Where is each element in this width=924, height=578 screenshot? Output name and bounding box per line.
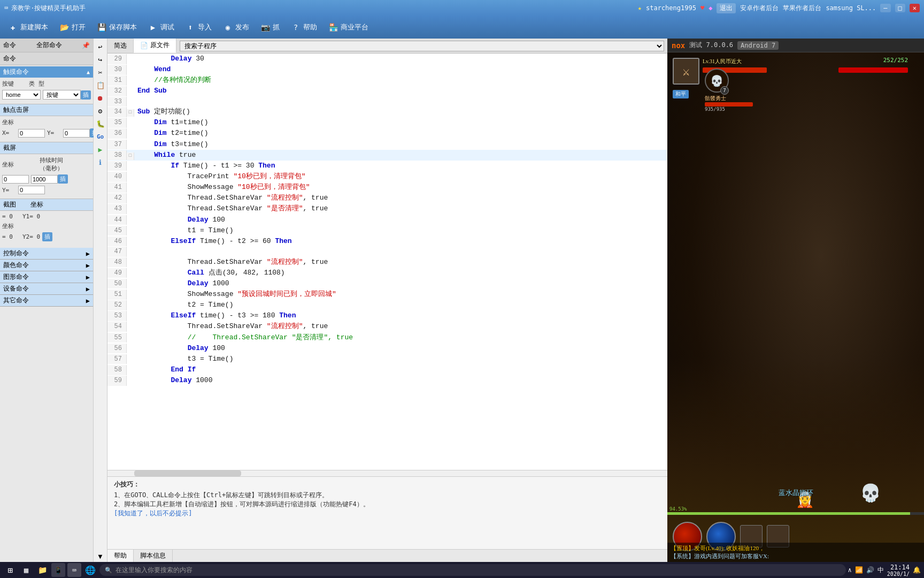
key-insert-btn[interactable]: 插	[81, 90, 91, 100]
exit-btn[interactable]: 退出	[717, 3, 736, 13]
key-type-select[interactable]: 按键	[43, 90, 81, 100]
tab-simple[interactable]: 简选	[107, 39, 134, 52]
tab-help[interactable]: 帮助	[107, 550, 134, 562]
table-row: 56 Delay 100	[107, 343, 667, 354]
code-content[interactable]: 29 Delay 30 30 Wend 31 //各种情况的判断	[107, 54, 667, 470]
close-btn[interactable]: ✕	[910, 4, 920, 12]
start-button[interactable]: ⊞	[3, 563, 17, 577]
key-select[interactable]: home	[2, 90, 41, 100]
player-info: ⚔ Lv.31人民币近大 和平	[673, 58, 699, 85]
new-script-button[interactable]: ✚ 新建脚本	[3, 20, 52, 35]
go-label[interactable]: Go	[95, 131, 106, 142]
diamond-icon: ◆	[709, 4, 712, 12]
import-button[interactable]: ⬆ 导入	[181, 20, 216, 35]
minimize-btn[interactable]: —	[880, 4, 890, 12]
tab-source[interactable]: 📄 原文件	[134, 39, 176, 53]
browser-taskbar-btn[interactable]: 🌐	[83, 563, 97, 577]
username: starcheng1995	[646, 4, 696, 12]
tip1: 1、在GOTO、CALL命令上按住【Ctrl+鼠标左键】可跳转到目标或子程序。	[114, 491, 661, 500]
bottom-tabs: 帮助 脚本信息	[107, 549, 667, 562]
notification-icon[interactable]: 🔔	[913, 566, 921, 574]
table-row: 44 Delay 100	[107, 215, 667, 225]
table-row: 33	[107, 97, 667, 107]
info-icon[interactable]: ℹ	[95, 156, 106, 168]
pin-icon[interactable]: 📌	[82, 42, 90, 49]
enemy-character: 💀	[860, 483, 881, 503]
task-view-button[interactable]: ▦	[19, 563, 33, 577]
nox-taskbar-btn[interactable]: 📱	[51, 563, 65, 577]
coord-x-input[interactable]	[18, 129, 45, 138]
record-icon[interactable]: ⏺	[95, 92, 106, 104]
table-row: 50 Delay 1000	[107, 278, 667, 289]
taskbar: ⊞ ▦ 📁 📱 ⌨ 🌐 🔍 在这里输入你要搜索的内容 ∧ 📶 🔊 中 21:14…	[0, 562, 924, 578]
control-cmd-section[interactable]: 控制命令 ▶	[0, 248, 93, 260]
screenshot-x-input[interactable]	[2, 175, 29, 184]
open-button[interactable]: 📂 打开	[55, 20, 90, 35]
undo-icon[interactable]: ↩	[95, 41, 106, 52]
other-cmd-section[interactable]: 其它命令 ▶	[0, 295, 93, 307]
enemy-hp-bar	[705, 102, 753, 107]
device-cmd-section[interactable]: 设备命令 ▶	[0, 283, 93, 295]
ios-btn[interactable]: 苹果作者后台	[783, 4, 821, 13]
bug-icon[interactable]: 🐛	[95, 118, 106, 130]
system-tray: ∧ 📶 🔊 中 21:14 2020/1/ 🔔	[848, 564, 921, 577]
clock: 21:14 2020/1/	[887, 564, 910, 577]
coord2-insert-btn[interactable]: 插	[42, 232, 52, 241]
code-editor: 简选 📄 原文件 搜索子程序 29 Delay 30	[107, 39, 667, 562]
table-row: 55 // Thread.SetShareVar "是否清理", true	[107, 332, 667, 343]
table-row: 45 t1 = Time()	[107, 225, 667, 236]
graphics-cmd-section[interactable]: 图形命令 ▶	[0, 271, 93, 283]
coord-y-input[interactable]	[63, 129, 90, 138]
debug-button[interactable]: ▶ 调试	[143, 20, 179, 35]
help-button[interactable]: ? 帮助	[286, 20, 321, 35]
device-info: samsung SL...	[826, 4, 876, 12]
screenshot-insert-btn[interactable]: 插	[58, 174, 68, 184]
user-avatar-icon: ★	[638, 4, 642, 12]
table-row: 49 Call 点击(30, 482, 1108)	[107, 268, 667, 278]
chat-line-1: 【置顶】发哥(Lv.40): 收妖福油120，	[671, 544, 921, 552]
redo-icon[interactable]: ↪	[95, 54, 106, 65]
maximize-btn[interactable]: □	[895, 4, 905, 12]
color-cmd-section[interactable]: 颜色命令 ▶	[0, 260, 93, 271]
code-tabs: 简选 📄 原文件 搜索子程序	[107, 39, 667, 54]
file-explorer-button[interactable]: 📁	[35, 563, 49, 577]
exp-bar	[667, 512, 924, 515]
settings-icon[interactable]: ⚙	[95, 105, 106, 117]
key-section: 按键 类 型 home 按键 插	[0, 78, 93, 104]
taskbar-search[interactable]: 🔍 在这里输入你要搜索的内容	[99, 564, 846, 576]
search-icon: 🔍	[105, 567, 112, 574]
android-btn[interactable]: 安卓作者后台	[740, 4, 779, 13]
capture-icon: 📷	[260, 22, 271, 33]
scroll-down-icon[interactable]: ▼	[95, 550, 106, 562]
player-avatar: ⚔	[673, 58, 699, 85]
save-button[interactable]: 💾 保存脚本	[92, 20, 141, 35]
horizontal-scrollbar[interactable]	[107, 470, 667, 476]
table-row: 57 t3 = Time()	[107, 354, 667, 364]
platform-button[interactable]: 🏪 商业平台	[324, 20, 373, 35]
screenshot-y-input[interactable]	[18, 186, 45, 194]
table-row: 38 □ While true	[107, 150, 667, 161]
capture-button[interactable]: 📷 抓	[256, 20, 284, 35]
touch-cmd-expand[interactable]: ▲	[87, 69, 90, 75]
game-canvas: 🧝 💀 蓝水晶指环 ⚔ Lv.31人民币近大 和平 💀	[667, 52, 924, 562]
toolbar: ✚ 新建脚本 📂 打开 💾 保存脚本 ▶ 调试 ⬆ 导入 ◉ 发布 📷 抓 ? …	[0, 16, 924, 39]
paste-icon[interactable]: 📋	[95, 79, 106, 91]
subroutine-search[interactable]: 搜索子程序	[180, 41, 664, 51]
tip3[interactable]: [我知道了，以后不必提示]	[114, 509, 661, 518]
cut-icon[interactable]: ✂	[95, 66, 106, 78]
table-row: 54 Thread.SetShareVar "流程控制", true	[107, 321, 667, 332]
enemy-name: 骷髅勇士	[705, 95, 753, 102]
tab-script-info[interactable]: 脚本信息	[134, 550, 173, 562]
helper-taskbar-btn[interactable]: ⌨	[67, 563, 81, 577]
import-icon: ⬆	[185, 22, 196, 33]
game-version: 测试 7.0.0.6	[689, 41, 733, 50]
panel-title: 命令	[3, 41, 16, 50]
game-os: Android 7	[737, 41, 779, 50]
open-icon: 📂	[59, 22, 70, 33]
screenshot-duration-input[interactable]	[31, 175, 58, 184]
tray-up-icon[interactable]: ∧	[848, 566, 852, 574]
run2-icon[interactable]: ▶	[95, 143, 106, 155]
enemy-avatar: 💀 7	[705, 69, 729, 93]
publish-button[interactable]: ◉ 发布	[218, 20, 253, 35]
enemy-hp-text: 935/935	[705, 107, 753, 112]
